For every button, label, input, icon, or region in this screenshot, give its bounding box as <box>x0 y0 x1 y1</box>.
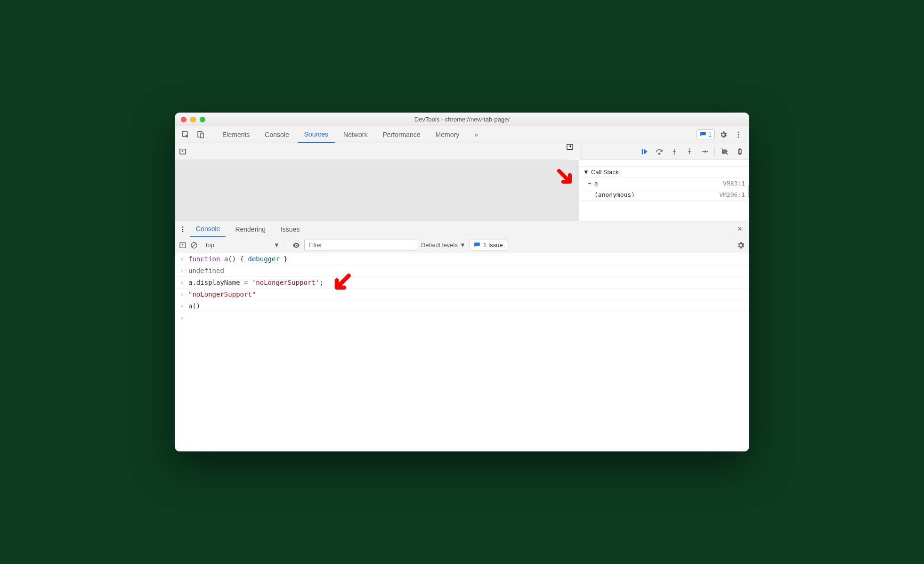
svg-point-10 <box>674 153 675 155</box>
stack-frame[interactable]: (anonymous) VM206:1 <box>579 189 749 201</box>
pause-on-exceptions-icon[interactable] <box>734 145 746 158</box>
dropdown-triangle-icon: ▼ <box>460 242 466 249</box>
issues-count: 1 <box>708 131 712 138</box>
stack-frame-name: a <box>594 180 598 187</box>
svg-rect-7 <box>567 144 573 149</box>
input-chevron-icon: › <box>180 279 188 286</box>
input-chevron-icon: › <box>180 255 188 263</box>
drawer-tab-console[interactable]: Console <box>190 221 226 237</box>
issue-icon <box>474 242 480 249</box>
prompt-chevron-icon: › <box>180 314 188 322</box>
sources-toolbar <box>175 143 749 160</box>
tab-console[interactable]: Console <box>258 126 295 143</box>
tab-memory[interactable]: Memory <box>429 126 466 143</box>
levels-label: Default levels <box>421 242 458 249</box>
step-out-icon[interactable] <box>683 145 696 158</box>
svg-rect-6 <box>180 149 186 154</box>
tabs-overflow-button[interactable]: » <box>468 126 485 143</box>
settings-gear-icon[interactable] <box>717 128 730 141</box>
deactivate-breakpoints-icon[interactable] <box>719 145 731 158</box>
clear-console-icon[interactable] <box>190 242 198 249</box>
scrollbar-thumb[interactable] <box>748 185 749 198</box>
svg-point-4 <box>738 134 739 135</box>
debugger-sidebar: Global Window ▼ Call Stack ➡ a VM83:1 (a… <box>579 160 749 221</box>
live-expression-icon[interactable] <box>292 241 300 250</box>
step-over-icon[interactable] <box>653 145 665 158</box>
call-stack-header[interactable]: ▼ Call Stack <box>579 167 749 178</box>
console-output[interactable]: › function a() { debugger } ‹· undefined… <box>175 253 749 451</box>
console-code: function a() { debugger } <box>188 255 288 263</box>
console-code: a.displayName = 'noLongerSupport'; <box>188 279 324 286</box>
titlebar: DevTools - chrome://new-tab-page/ <box>175 113 749 126</box>
svg-point-3 <box>738 131 739 133</box>
show-debugger-icon[interactable] <box>566 143 582 160</box>
scope-global-row[interactable]: Global Window <box>579 160 749 167</box>
log-levels-selector[interactable]: Default levels ▼ <box>421 242 466 249</box>
tab-performance[interactable]: Performance <box>376 126 427 143</box>
svg-point-12 <box>707 151 708 152</box>
console-filter-input[interactable] <box>304 240 417 250</box>
current-frame-arrow-icon: ➡ <box>588 180 592 187</box>
close-drawer-button[interactable]: × <box>734 224 745 234</box>
svg-rect-2 <box>201 133 203 138</box>
drawer-tab-rendering[interactable]: Rendering <box>229 221 271 237</box>
console-input-line: › function a() { debugger } <box>175 253 749 265</box>
console-settings-gear-icon[interactable] <box>737 241 745 250</box>
resume-script-icon[interactable] <box>638 145 650 158</box>
svg-point-5 <box>738 136 739 137</box>
svg-point-11 <box>689 148 690 150</box>
issues-counter-badge[interactable]: 1 <box>697 129 715 139</box>
step-into-icon[interactable] <box>668 145 681 158</box>
svg-rect-14 <box>740 150 741 153</box>
console-result-line: ‹· "noLongerSupport" <box>175 289 749 300</box>
execution-context-selector[interactable]: top ▼ <box>202 240 284 250</box>
window-title: DevTools - chrome://new-tab-page/ <box>175 116 749 123</box>
tab-network[interactable]: Network <box>337 126 374 143</box>
tab-sources[interactable]: Sources <box>298 126 335 143</box>
console-result: "noLongerSupport" <box>188 290 256 298</box>
console-toolbar: top ▼ Default levels ▼ 1 Issue <box>175 237 749 253</box>
stack-frame-name: (anonymous) <box>594 191 635 198</box>
more-menu-icon[interactable] <box>732 128 745 141</box>
dropdown-triangle-icon: ▼ <box>274 242 280 249</box>
console-result-line: ‹· undefined <box>175 265 749 277</box>
step-icon[interactable] <box>698 145 711 158</box>
devtools-window: DevTools - chrome://new-tab-page/ Elemen… <box>175 113 749 451</box>
issues-pill[interactable]: 1 Issue <box>470 240 507 250</box>
drawer-tabs: Console Rendering Issues × <box>175 221 749 237</box>
svg-rect-13 <box>739 150 740 153</box>
output-chevron-icon: ‹· <box>180 290 188 298</box>
call-stack-title: Call Stack <box>591 169 619 176</box>
svg-rect-18 <box>180 242 186 248</box>
svg-point-17 <box>182 231 184 232</box>
disclosure-triangle-icon: ▼ <box>583 169 589 176</box>
console-input-line: › a.displayName = 'noLongerSupport'; <box>175 277 749 289</box>
svg-point-15 <box>182 226 184 228</box>
console-code: a() <box>188 302 200 310</box>
issues-text: 1 Issue <box>483 242 503 249</box>
context-label: top <box>206 242 214 249</box>
output-chevron-icon: ‹· <box>180 267 188 274</box>
console-input-line: › a() <box>175 300 749 312</box>
drawer-tab-issues[interactable]: Issues <box>275 221 305 237</box>
tab-elements[interactable]: Elements <box>216 126 256 143</box>
inspect-element-icon[interactable] <box>179 128 192 141</box>
source-editor-area[interactable] <box>175 160 579 221</box>
svg-rect-8 <box>642 149 643 154</box>
svg-point-9 <box>659 153 660 154</box>
stack-frame-location: VM83:1 <box>723 180 745 187</box>
console-prompt-line[interactable]: › <box>175 312 749 323</box>
show-navigator-icon[interactable] <box>179 148 186 155</box>
stack-frame-current[interactable]: ➡ a VM83:1 <box>579 178 749 189</box>
console-result: undefined <box>188 267 224 274</box>
console-sidebar-toggle-icon[interactable] <box>179 242 186 249</box>
input-chevron-icon: › <box>180 302 188 310</box>
main-tabs: Elements Console Sources Network Perform… <box>175 126 749 143</box>
svg-point-16 <box>182 228 184 230</box>
device-toolbar-icon[interactable] <box>194 128 207 141</box>
drawer-more-icon[interactable] <box>179 226 186 233</box>
stack-frame-location: VM206:1 <box>719 191 745 198</box>
svg-point-20 <box>295 244 297 246</box>
sources-body: Global Window ▼ Call Stack ➡ a VM83:1 (a… <box>175 160 749 221</box>
